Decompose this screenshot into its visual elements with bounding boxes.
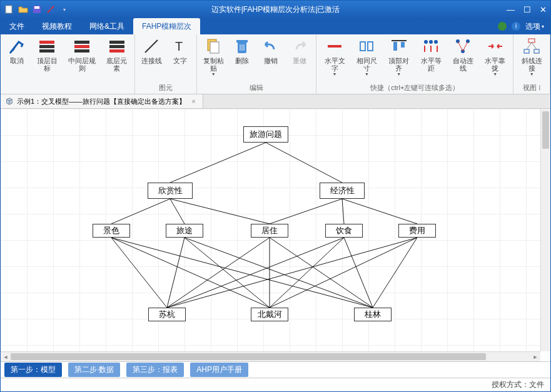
ribbon-top-goal-button[interactable]: 顶层目标 (33, 36, 61, 73)
svg-point-27 (429, 40, 433, 44)
qa-open-icon[interactable] (18, 4, 28, 14)
node-c2[interactable]: 经济性 (320, 183, 365, 199)
svg-rect-25 (401, 42, 405, 48)
chevron-down-icon: ▾ (542, 24, 544, 29)
conn-line-icon (142, 37, 161, 56)
svg-rect-16 (236, 40, 248, 43)
menu-tab-2[interactable]: 网络&工具 (81, 18, 133, 34)
options-button[interactable]: 选项 ▾ (525, 21, 544, 32)
node-o2[interactable]: 北戴河 (251, 308, 288, 321)
svg-rect-21 (360, 42, 365, 51)
step-button[interactable]: 第一步：模型 (4, 363, 62, 377)
menu-bar: 文件视频教程网络&工具FAHP模糊层次 i 选项 ▾ (1, 18, 550, 34)
text-icon: T (171, 37, 190, 56)
undo-icon (261, 37, 280, 56)
menu-tab-1[interactable]: 视频教程 (33, 18, 81, 34)
svg-rect-3 (39, 41, 54, 44)
svg-rect-6 (74, 41, 89, 44)
ribbon-btn-label: 撤销 (264, 57, 278, 64)
node-a3[interactable]: 居住 (251, 224, 288, 238)
info-icon[interactable]: i (512, 22, 520, 31)
document-tab[interactable]: 示例1：交叉模型——旅行问题【直接确定出备选方案】 × (1, 94, 203, 108)
quick-access: ▾ (4, 4, 69, 14)
minimize-button[interactable]: — (507, 5, 515, 14)
top-align-icon (390, 37, 408, 56)
svg-rect-8 (74, 49, 89, 53)
svg-rect-4 (39, 45, 54, 48)
ribbon-btn-label: 水平靠拢 (482, 57, 508, 72)
svg-rect-34 (534, 49, 539, 53)
ribbon-h-text-button[interactable]: 水平文字▼ (320, 36, 348, 78)
step-button[interactable]: AHP用户手册 (190, 363, 248, 377)
node-a2[interactable]: 旅途 (166, 224, 203, 238)
auto-conn-icon (453, 37, 472, 56)
h-snap-icon (486, 37, 505, 56)
node-o1[interactable]: 苏杭 (148, 308, 186, 321)
close-tab-button[interactable]: × (190, 98, 197, 105)
ribbon-btn-label: 斜线连接 (518, 57, 545, 72)
ribbon-top-align-button[interactable]: 顶部对齐▼ (385, 36, 413, 78)
svg-rect-22 (368, 42, 373, 51)
document-tab-title: 示例1：交叉模型——旅行问题【直接确定出备选方案】 (17, 97, 186, 106)
ribbon-undo-button[interactable]: 撤销 (258, 36, 283, 66)
ribbon-text-button[interactable]: T文字 (168, 36, 193, 66)
node-a5[interactable]: 费用 (398, 224, 436, 238)
ribbon-cancel-button[interactable]: 取消 (4, 36, 29, 66)
step-button[interactable]: 第二步·数据 (68, 363, 120, 377)
scroll-right-icon[interactable]: ► (530, 354, 540, 360)
svg-point-28 (434, 40, 438, 44)
ribbon-delete-button[interactable]: 删除 (230, 36, 255, 66)
svg-rect-9 (109, 41, 124, 44)
ribbon-btn-label: 相同尺寸 (354, 57, 380, 72)
ribbon-auto-conn-button[interactable]: 自动连线 (449, 36, 477, 73)
close-button[interactable]: ✕ (540, 5, 547, 14)
scrollbar-thumb[interactable] (542, 111, 549, 149)
qa-tools-icon[interactable] (46, 4, 56, 14)
node-a4[interactable]: 饮食 (325, 224, 363, 238)
options-label: 选项 (525, 21, 540, 32)
menu-tab-0[interactable]: 文件 (1, 18, 33, 34)
bottom-elem-icon (108, 37, 126, 56)
chevron-down-icon: ▼ (365, 72, 369, 76)
node-c1[interactable]: 欣赏性 (148, 183, 193, 199)
ribbon-group-label: 图元 (139, 82, 193, 94)
ribbon-diag-conn-button[interactable]: 斜线连接▼ (517, 36, 546, 78)
svg-line-12 (145, 40, 158, 53)
canvas-area[interactable]: 旅游问题欣赏性经济性景色旅途居住饮食费用苏杭北戴河桂林 ◄ ► (1, 109, 550, 361)
qa-save-icon[interactable] (32, 4, 42, 14)
scrollbar-thumb-h[interactable] (11, 353, 486, 360)
qa-new-icon[interactable] (4, 4, 14, 14)
maximize-button[interactable]: ☐ (523, 5, 531, 14)
qa-dropdown-icon[interactable]: ▾ (59, 4, 69, 14)
ribbon-btn-label: 底层元素 (104, 57, 130, 72)
title-bar: ▾ 迈实软件|FAHP模糊层次分析法|已激活 — ☐ ✕ (1, 1, 550, 18)
ribbon-redo-button[interactable]: 重做 (287, 36, 312, 66)
ribbon-bottom-elem-button[interactable]: 底层元素 (103, 36, 131, 73)
node-o3[interactable]: 桂林 (354, 308, 392, 321)
node-root[interactable]: 旅游问题 (243, 126, 288, 143)
scroll-left-icon[interactable]: ◄ (1, 354, 11, 360)
cube-icon (6, 98, 13, 105)
node-a1[interactable]: 景色 (93, 224, 130, 238)
vertical-scrollbar[interactable] (540, 109, 550, 351)
menu-tab-3[interactable]: FAHP模糊层次 (133, 18, 200, 34)
horizontal-scrollbar[interactable]: ◄ ► (1, 351, 540, 361)
ribbon-btn-label: 重做 (293, 57, 306, 64)
svg-rect-33 (524, 49, 529, 53)
ribbon-mid-rule-button[interactable]: 中间层规则 (65, 36, 99, 73)
chevron-down-icon: ▼ (333, 72, 337, 76)
ribbon-btn-label: 水平文字 (321, 57, 347, 72)
svg-rect-2 (34, 6, 39, 9)
ribbon-h-snap-button[interactable]: 水平靠拢▼ (481, 36, 509, 78)
ribbon-h-equal-button[interactable]: 水平等距 (417, 36, 445, 73)
svg-rect-32 (528, 39, 535, 43)
ribbon-btn-label: 中间层规则 (66, 57, 98, 72)
status-dot-green-icon[interactable] (498, 22, 507, 31)
ribbon-copy-paste-button[interactable]: 复制粘贴▼ (201, 36, 226, 78)
ribbon-same-size-button[interactable]: 相同尺寸▼ (353, 36, 381, 78)
svg-rect-0 (6, 6, 12, 13)
ribbon-conn-line-button[interactable]: 连接线 (139, 36, 164, 66)
ribbon-group: 复制粘贴▼删除撤销重做编辑 (197, 34, 316, 94)
ribbon-group-label (4, 91, 131, 94)
step-button[interactable]: 第三步：报表 (126, 363, 184, 377)
